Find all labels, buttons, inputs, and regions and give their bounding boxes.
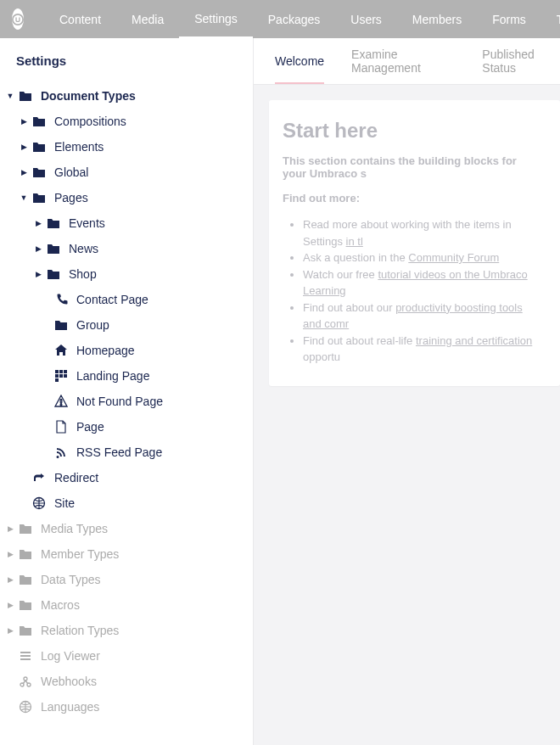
caret-right-icon[interactable]: ▶: [17, 143, 31, 151]
main-panel: WelcomeExamine ManagementPublished Statu…: [254, 38, 560, 745]
settings-tree: ▼ Document Types ▶ Compositions ▶ Elemen…: [0, 83, 253, 745]
phone-icon: [53, 293, 70, 306]
folder-icon: [45, 267, 62, 281]
tree-global[interactable]: ▶ Global: [0, 160, 253, 185]
tree-label: Shop: [69, 267, 97, 281]
tree-label: Media Types: [41, 522, 108, 535]
caret-right-icon[interactable]: ▶: [31, 244, 45, 253]
tree-group[interactable]: ▶ Group: [0, 312, 253, 338]
tree-languages[interactable]: ▶ Languages: [0, 694, 253, 720]
tree-media-types[interactable]: ▶ Media Types: [0, 516, 253, 541]
caret-right-icon[interactable]: ▶: [17, 117, 31, 126]
tree-label: Homepage: [76, 344, 135, 357]
warning-icon: [53, 395, 70, 408]
topnav-forms[interactable]: Forms: [477, 0, 541, 38]
tree-not-found-page[interactable]: ▶ Not Found Page: [0, 389, 253, 414]
tree-label: Languages: [41, 700, 99, 714]
tree-redirect[interactable]: ▶ Redirect: [0, 465, 253, 490]
topnav-packages[interactable]: Packages: [253, 0, 335, 38]
topnav-media[interactable]: Media: [116, 0, 179, 38]
caret-right-icon[interactable]: ▶: [31, 270, 45, 278]
caret-right-icon[interactable]: ▶: [3, 550, 17, 558]
topnav-members[interactable]: Members: [397, 0, 477, 38]
caret-right-icon[interactable]: ▶: [31, 219, 45, 227]
redirect-icon: [31, 471, 48, 485]
globe-icon: [17, 700, 34, 714]
tree-landing-page[interactable]: ▶ Landing Page: [0, 363, 253, 389]
tree-page[interactable]: ▶ Page: [0, 414, 253, 440]
top-navbar: ContentMediaSettingsPackagesUsersMembers…: [0, 0, 560, 38]
topnav-settings[interactable]: Settings: [179, 0, 253, 38]
tree-label: Compositions: [54, 115, 126, 128]
folder-icon: [17, 573, 34, 586]
caret-right-icon[interactable]: ▶: [17, 168, 31, 176]
link-documentation[interactable]: in tl: [346, 235, 363, 248]
home-icon: [53, 344, 70, 357]
folder-icon: [45, 242, 62, 255]
caret-right-icon[interactable]: ▶: [3, 524, 17, 533]
tree-label: Global: [54, 165, 88, 179]
tree-webhooks[interactable]: ▶ Webhooks: [0, 669, 253, 694]
tab-welcome[interactable]: Welcome: [275, 38, 324, 84]
tree-relation-types[interactable]: ▶ Relation Types: [0, 618, 253, 643]
tree-contact-page[interactable]: ▶ Contact Page: [0, 287, 253, 312]
tree-rss-feed-page[interactable]: ▶ RSS Feed Page: [0, 440, 253, 465]
tab-examine-management[interactable]: Examine Management: [351, 38, 455, 84]
content-tabs: WelcomeExamine ManagementPublished Statu…: [254, 38, 560, 85]
tab-published-status[interactable]: Published Status: [482, 38, 560, 84]
tree-data-types[interactable]: ▶ Data Types: [0, 567, 253, 592]
tree-macros[interactable]: ▶ Macros: [0, 592, 253, 618]
tree-document-types[interactable]: ▼ Document Types: [0, 83, 253, 109]
tree-label: Page: [76, 420, 104, 434]
tree-label: Relation Types: [41, 624, 119, 637]
tree-events[interactable]: ▶ Events: [0, 210, 253, 236]
welcome-find-out-more: Find out more:: [283, 192, 541, 204]
topnav-translation[interactable]: Translation: [541, 0, 560, 38]
caret-right-icon[interactable]: ▶: [3, 601, 17, 609]
folder-icon: [31, 191, 48, 204]
tree-label: Events: [69, 216, 105, 230]
topnav-content[interactable]: Content: [44, 0, 116, 38]
tree-label: Data Types: [41, 573, 101, 586]
tree-news[interactable]: ▶ News: [0, 236, 253, 261]
tree-log-viewer[interactable]: ▶ Log Viewer: [0, 643, 253, 669]
caret-down-icon[interactable]: ▼: [17, 193, 31, 202]
folder-icon: [17, 547, 34, 561]
tree-label: Pages: [54, 191, 88, 204]
tree-label: Log Viewer: [41, 649, 100, 663]
tree-shop[interactable]: ▶ Shop: [0, 261, 253, 287]
tree-homepage[interactable]: ▶ Homepage: [0, 338, 253, 363]
caret-right-icon[interactable]: ▶: [3, 575, 17, 584]
tree-label: Webhooks: [41, 675, 97, 688]
caret-right-icon[interactable]: ▶: [3, 626, 17, 635]
tree-pages[interactable]: ▼ Pages: [0, 185, 253, 210]
welcome-bullet: Read more about working with the items i…: [303, 216, 541, 249]
folder-icon: [17, 522, 34, 535]
tree-member-types[interactable]: ▶ Member Types: [0, 541, 253, 567]
tree-label: Elements: [54, 140, 104, 154]
app-logo-icon[interactable]: [12, 8, 24, 30]
grid-icon: [53, 369, 70, 383]
welcome-intro: This section contains the building block…: [283, 154, 541, 180]
welcome-bullet: Find out about real-life training and ce…: [303, 333, 541, 366]
webhook-icon: [17, 675, 34, 688]
tree-label: Group: [76, 318, 109, 332]
tree-elements[interactable]: ▶ Elements: [0, 134, 253, 160]
topnav-users[interactable]: Users: [335, 0, 397, 38]
sidebar-title: Settings: [0, 38, 253, 83]
folder-icon: [53, 318, 70, 332]
link-training[interactable]: training and certification: [416, 334, 532, 347]
list-icon: [17, 649, 34, 663]
tree-label: Document Types: [41, 89, 136, 103]
tree-label: Contact Page: [76, 293, 148, 306]
rss-icon: [53, 445, 70, 459]
caret-down-icon[interactable]: ▼: [3, 92, 17, 100]
tree-compositions[interactable]: ▶ Compositions: [0, 109, 253, 134]
folder-icon: [17, 624, 34, 637]
tree-site[interactable]: ▶ Site: [0, 490, 253, 516]
tree-label: Member Types: [41, 547, 119, 561]
link-community-forum[interactable]: Community Forum: [408, 251, 499, 264]
settings-sidebar: Settings ▼ Document Types ▶ Compositions…: [0, 38, 254, 745]
folder-icon: [31, 115, 48, 128]
globe-icon: [31, 496, 48, 510]
